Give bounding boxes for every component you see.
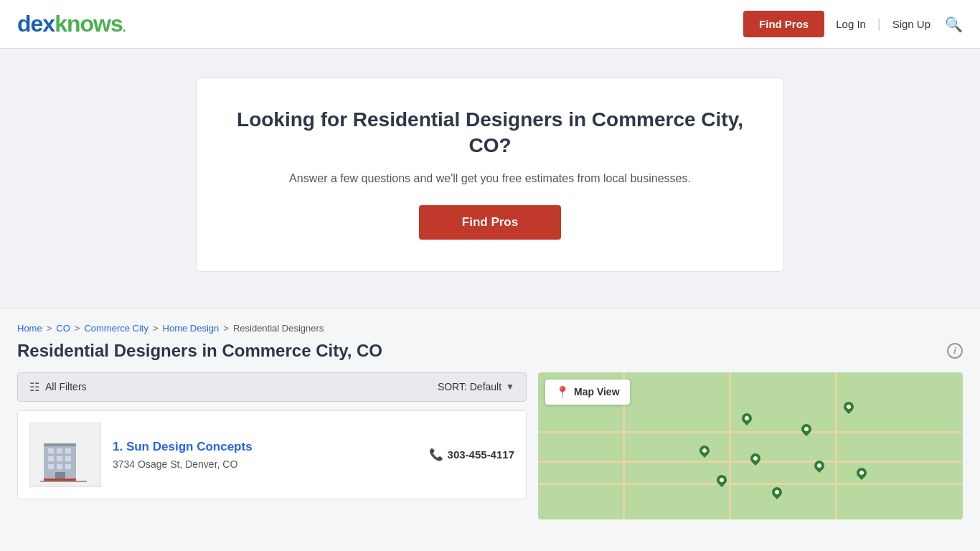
phone-number: 303-455-4117 (448, 448, 514, 461)
breadcrumb-home[interactable]: Home (17, 323, 42, 334)
map-pin (740, 411, 754, 425)
svg-rect-6 (57, 456, 62, 461)
svg-rect-8 (48, 464, 54, 469)
svg-rect-10 (65, 464, 71, 469)
listing-card: 1. Sun Design Concepts 3734 Osage St, De… (17, 410, 527, 499)
hero-card: Looking for Residential Designers in Com… (196, 77, 784, 272)
filter-icon: ☷ (29, 380, 39, 394)
breadcrumb-city[interactable]: Commerce City (84, 323, 149, 334)
filters-label: All Filters (45, 381, 87, 392)
filters-button[interactable]: ☷ All Filters (29, 380, 87, 394)
listing-thumbnail (29, 423, 101, 487)
map-panel[interactable]: 📍 Map View (538, 372, 963, 519)
listing-name-link[interactable]: 1. Sun Design Concepts (113, 440, 418, 454)
chevron-down-icon: ▼ (506, 382, 514, 392)
svg-rect-3 (57, 448, 62, 453)
map-view-label: Map View (574, 386, 620, 397)
map-pin (748, 451, 763, 466)
signup-link[interactable]: Sign Up (892, 18, 930, 30)
logo-dot: . (123, 20, 126, 34)
phone-icon: 📞 (429, 448, 443, 461)
results-map-row: ☷ All Filters SORT: Default ▼ (17, 372, 963, 519)
site-logo[interactable]: dexknows. (17, 11, 126, 37)
svg-rect-5 (48, 456, 54, 461)
page-title: Residential Designers in Commerce City, … (17, 341, 382, 361)
breadcrumb-sep-1: > (47, 323, 52, 334)
map-view-icon: 📍 (555, 385, 570, 399)
sort-dropdown[interactable]: SORT: Default ▼ (438, 381, 514, 392)
svg-rect-1 (44, 443, 76, 446)
hero-subtitle: Answer a few questions and we'll get you… (232, 172, 748, 185)
svg-rect-12 (44, 479, 76, 481)
svg-rect-13 (40, 481, 87, 482)
nav-divider: | (877, 17, 881, 32)
listing-phone[interactable]: 📞 303-455-4117 (429, 448, 514, 461)
breadcrumb-current: Residential Designers (233, 323, 324, 334)
svg-rect-2 (48, 448, 54, 453)
hero-section: Looking for Residential Designers in Com… (0, 49, 980, 308)
search-icon[interactable]: 🔍 (945, 16, 963, 33)
breadcrumb-sep-2: > (75, 323, 80, 334)
svg-rect-9 (57, 464, 62, 469)
main-content: Home > CO > Commerce City > Home Design … (0, 309, 980, 541)
logo-knows: knows (55, 11, 123, 37)
results-panel: ☷ All Filters SORT: Default ▼ (17, 372, 527, 499)
map-pin (799, 422, 814, 436)
hero-title: Looking for Residential Designers in Com… (232, 107, 748, 159)
breadcrumb-state[interactable]: CO (56, 323, 70, 334)
logo-dex: dex (17, 11, 55, 37)
listing-info: 1. Sun Design Concepts 3734 Osage St, De… (113, 440, 418, 470)
sort-label: SORT: Default (438, 381, 501, 392)
svg-rect-4 (65, 448, 71, 453)
map-pin (697, 443, 712, 458)
map-view-button[interactable]: 📍 Map View (545, 380, 630, 405)
find-pros-hero-button[interactable]: Find Pros (419, 205, 561, 240)
breadcrumb-sep-4: > (223, 323, 229, 334)
site-header: dexknows. Find Pros Log In | Sign Up 🔍 (0, 0, 980, 49)
breadcrumb: Home > CO > Commerce City > Home Design … (17, 323, 963, 334)
breadcrumb-category[interactable]: Home Design (163, 323, 220, 334)
map-pin (770, 485, 784, 499)
breadcrumb-sep-3: > (153, 323, 159, 334)
map-pin (715, 473, 729, 487)
map-pin (854, 466, 869, 480)
svg-rect-7 (65, 456, 71, 461)
filters-bar: ☷ All Filters SORT: Default ▼ (17, 372, 527, 402)
page-title-row: Residential Designers in Commerce City, … (17, 341, 963, 361)
info-icon[interactable]: i (947, 343, 963, 359)
find-pros-header-button[interactable]: Find Pros (743, 11, 824, 37)
map-pin (842, 400, 856, 414)
login-link[interactable]: Log In (836, 18, 866, 30)
listing-address: 3734 Osage St, Denver, CO (113, 458, 418, 470)
header-nav: Find Pros Log In | Sign Up 🔍 (743, 11, 963, 37)
building-illustration (37, 433, 94, 486)
